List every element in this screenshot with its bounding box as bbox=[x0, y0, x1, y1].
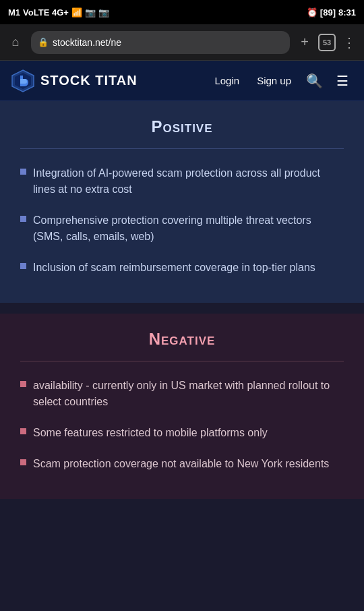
negative-bullet-list: availability - currently only in US mark… bbox=[20, 378, 344, 472]
negative-section: Negative availability - currently only i… bbox=[0, 314, 364, 499]
menu-button[interactable]: ☰ bbox=[332, 70, 353, 92]
login-button[interactable]: Login bbox=[209, 72, 245, 89]
home-icon: ⌂ bbox=[12, 35, 20, 49]
new-tab-button[interactable]: + bbox=[295, 33, 314, 52]
negative-title: Negative bbox=[20, 330, 344, 349]
list-item: Comprehensive protection covering multip… bbox=[20, 212, 344, 245]
alarm-icon: ⏰ bbox=[307, 7, 317, 18]
browser-menu-button[interactable]: ⋮ bbox=[340, 33, 359, 52]
status-right: ⏰ [89] 8:31 bbox=[307, 7, 356, 18]
url-bar[interactable]: 🔒 stocktitan.net/ne bbox=[31, 31, 290, 54]
browser-actions: + 53 ⋮ bbox=[295, 33, 359, 52]
tab-count-label: 53 bbox=[323, 38, 331, 47]
positive-section: Positive Integration of AI-powered scam … bbox=[0, 101, 364, 303]
logo-container: STOCK TITAN bbox=[11, 69, 138, 93]
security-icon: 🔒 bbox=[38, 37, 49, 47]
nav-header: STOCK TITAN Login Sign up 🔍 ☰ bbox=[0, 61, 364, 101]
positive-bullet-1: Integration of AI-powered scam protectio… bbox=[33, 165, 344, 198]
negative-bullet-2: Some features restricted to mobile platf… bbox=[33, 425, 268, 441]
search-icon: 🔍 bbox=[306, 73, 323, 89]
instagram-icon: 📷 bbox=[85, 7, 96, 18]
logo-text: STOCK TITAN bbox=[40, 73, 138, 88]
bullet-icon bbox=[20, 428, 26, 434]
positive-divider bbox=[20, 148, 344, 149]
browser-bar: ⌂ 🔒 stocktitan.net/ne + 53 ⋮ bbox=[0, 24, 364, 61]
instagram2-icon: 📷 bbox=[98, 7, 109, 18]
battery-label: [89] bbox=[320, 7, 336, 18]
tab-count-button[interactable]: 53 bbox=[318, 34, 336, 51]
positive-bullet-list: Integration of AI-powered scam protectio… bbox=[20, 165, 344, 276]
bullet-icon bbox=[20, 169, 26, 175]
logo-icon bbox=[11, 69, 35, 93]
url-text: stocktitan.net/ne bbox=[53, 37, 121, 48]
negative-bullet-3: Scam protection coverage not available t… bbox=[33, 456, 329, 472]
bullet-icon bbox=[20, 459, 26, 465]
signup-button[interactable]: Sign up bbox=[251, 72, 297, 89]
network-label: VoLTE 4G+ bbox=[23, 7, 69, 18]
positive-bullet-2: Comprehensive protection covering multip… bbox=[33, 212, 344, 245]
bullet-icon bbox=[20, 381, 26, 387]
ellipsis-icon: ⋮ bbox=[342, 34, 356, 51]
list-item: availability - currently only in US mark… bbox=[20, 378, 344, 410]
positive-bullet-3: Inclusion of scam reimbursement coverage… bbox=[33, 260, 315, 276]
status-bar: M1 VoLTE 4G+ 📶 📷 📷 ⏰ [89] 8:31 bbox=[0, 0, 364, 24]
positive-title: Positive bbox=[20, 117, 344, 136]
bullet-icon bbox=[20, 216, 26, 222]
signal-icon: 📶 bbox=[71, 7, 82, 18]
time-label: 8:31 bbox=[338, 7, 356, 18]
carrier-label: M1 bbox=[8, 7, 20, 18]
status-left: M1 VoLTE 4G+ 📶 📷 📷 bbox=[8, 7, 109, 18]
hamburger-icon: ☰ bbox=[336, 73, 348, 89]
home-button[interactable]: ⌂ bbox=[5, 32, 26, 53]
main-content: Positive Integration of AI-powered scam … bbox=[0, 101, 364, 499]
plus-icon: + bbox=[301, 34, 309, 50]
list-item: Inclusion of scam reimbursement coverage… bbox=[20, 260, 344, 276]
negative-divider bbox=[20, 361, 344, 361]
negative-bullet-1: availability - currently only in US mark… bbox=[33, 378, 344, 410]
list-item: Scam protection coverage not available t… bbox=[20, 456, 344, 472]
list-item: Integration of AI-powered scam protectio… bbox=[20, 165, 344, 198]
bullet-icon bbox=[20, 263, 26, 269]
list-item: Some features restricted to mobile platf… bbox=[20, 425, 344, 441]
search-button[interactable]: 🔍 bbox=[303, 70, 325, 92]
